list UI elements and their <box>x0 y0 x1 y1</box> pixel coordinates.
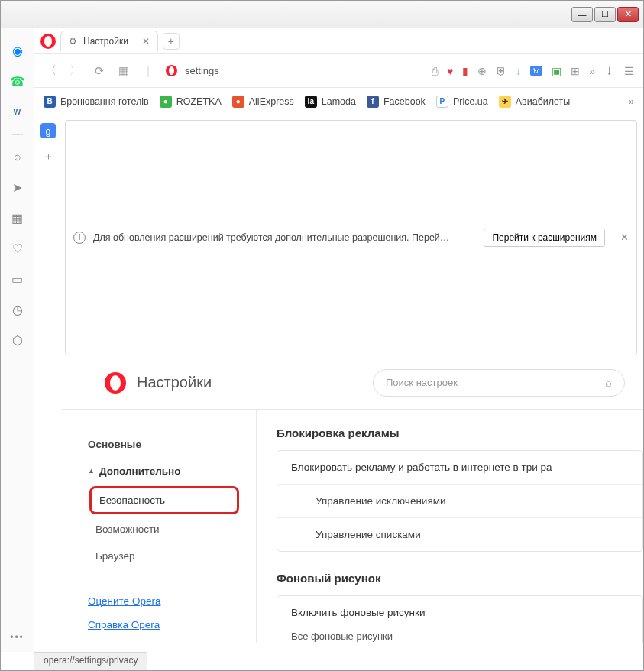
search-icon[interactable]: ⌕ <box>9 148 26 165</box>
back-button[interactable]: 〈 <box>44 63 57 78</box>
banner-text: Для обновления расширений требуются допо… <box>93 232 476 243</box>
puzzle-icon[interactable]: ⊞ <box>571 65 580 77</box>
ext-icon-1[interactable]: ▮ <box>462 65 468 77</box>
bookmarks-overflow-icon[interactable]: » <box>629 96 634 107</box>
download-arrow-icon[interactable]: ↓ <box>516 65 521 77</box>
status-bar: opera://settings/privacy <box>34 652 147 670</box>
whatsapp-icon[interactable]: ☎ <box>9 73 26 89</box>
tab-title: Настройки <box>83 36 128 47</box>
info-icon: i <box>73 232 86 244</box>
history-icon[interactable]: ◷ <box>9 301 26 318</box>
sidebar-link-rate[interactable]: Оцените Opera <box>82 589 256 613</box>
speed-dial-icon[interactable]: ▦ <box>9 209 26 226</box>
settings-search-input[interactable]: Поиск настроек ⌕ <box>373 369 625 397</box>
search-icon: ⌕ <box>605 376 612 389</box>
adblock-toggle-row[interactable]: Блокировать рекламу и работать в интерне… <box>277 451 642 485</box>
bookmark-label: Lamoda <box>322 96 356 107</box>
bookmark-item[interactable]: PPrice.ua <box>436 96 488 108</box>
wallpaper-enable-row[interactable]: Включить фоновые рисунки <box>291 607 629 618</box>
tab-settings[interactable]: ⚙ Настройки ✕ <box>60 31 158 51</box>
bookmark-favicon-icon: ● <box>160 96 172 108</box>
adblock-lists-row[interactable]: Управление списками <box>277 518 642 551</box>
bookmark-label: Facebook <box>383 96 426 107</box>
camera-icon[interactable]: ⎙ <box>432 65 438 77</box>
url-field[interactable]: settings <box>166 65 219 76</box>
bookmark-favicon-icon: ✈ <box>499 96 511 108</box>
address-bar: 〈 〉 ⟳ ▦ | settings ⎙ ♥ ▮ ⊕ ⛨ ↓ ᠠ ▣ ⊞ » ⭳… <box>34 54 643 88</box>
wallpaper-all-label: Все фоновые рисунки <box>291 630 629 642</box>
bookmark-item[interactable]: ✈Авиабилеты <box>499 96 571 108</box>
tab-close-icon[interactable]: ✕ <box>142 36 150 47</box>
settings-main: Блокировка рекламы Блокировать рекламу и… <box>257 410 643 643</box>
section-adblock-title: Блокировка рекламы <box>277 426 643 439</box>
more-icon[interactable]: ••• <box>10 632 24 643</box>
shield-icon[interactable]: ⛨ <box>496 65 506 77</box>
menu-icon[interactable]: ☰ <box>624 65 634 77</box>
bookmark-item[interactable]: ●AliExpress <box>232 96 294 108</box>
banner-close-icon[interactable]: ✕ <box>620 232 629 243</box>
bookmark-label: AliExpress <box>249 96 294 107</box>
sidebar-item-advanced[interactable]: ▲ Дополнительно <box>82 458 256 485</box>
bookmark-favicon-icon: B <box>44 96 56 108</box>
sidebar-item-security[interactable]: Безопасность <box>89 486 239 514</box>
bookmark-label: ROZETKA <box>176 96 222 107</box>
bookmark-label: Price.ua <box>453 96 488 107</box>
bookmark-favicon-icon: la <box>305 96 317 108</box>
side-add-icon[interactable]: ＋ <box>40 149 56 164</box>
translate-icon[interactable]: ᠠ <box>530 66 542 76</box>
sidebar-item-browser[interactable]: Браузер <box>82 543 256 569</box>
wallpaper-card: Включить фоновые рисунки Все фоновые рис… <box>277 595 643 643</box>
notification-banner: i Для обновления расширений требуются до… <box>65 120 637 355</box>
bookmark-label: Бронювання готелів <box>60 96 149 107</box>
side-translate-icon[interactable]: g <box>40 123 56 138</box>
window-titlebar: — ☐ ✕ <box>1 1 643 28</box>
bookmark-favicon-icon: f <box>367 96 379 108</box>
new-tab-button[interactable]: + <box>163 33 180 50</box>
adblock-card: Блокировать рекламу и работать в интерне… <box>277 450 643 552</box>
ext-icon-2[interactable]: ⊕ <box>477 65 487 77</box>
opera-o-icon <box>166 65 177 76</box>
gear-icon: ⚙ <box>69 36 77 47</box>
maximize-button[interactable]: ☐ <box>594 7 616 22</box>
send-icon[interactable]: ➤ <box>9 179 26 196</box>
bookmark-favicon-icon: ● <box>232 96 244 108</box>
bookmark-item[interactable]: fFacebook <box>367 96 426 108</box>
favorite-icon[interactable]: ♥ <box>447 65 453 77</box>
left-rail: ◉ ☎ w ⌕ ➤ ▦ ♡ ▭ ◷ ⬡ ••• <box>1 28 34 652</box>
extensions-icon[interactable]: ⬡ <box>9 332 26 348</box>
go-to-extensions-button[interactable]: Перейти к расширениям <box>484 229 605 247</box>
messenger-icon[interactable]: ◉ <box>9 42 26 59</box>
page-title: Настройки <box>137 374 212 391</box>
overflow-icon[interactable]: » <box>589 65 595 77</box>
opera-logo-large-icon <box>105 372 126 394</box>
bookmark-favicon-icon: P <box>436 96 448 108</box>
section-wallpaper-title: Фоновый рисунок <box>277 572 643 585</box>
reload-button[interactable]: ⟳ <box>92 64 106 78</box>
sidebar-item-features[interactable]: Возможности <box>82 516 256 543</box>
forward-button[interactable]: 〉 <box>68 63 82 78</box>
close-button[interactable]: ✕ <box>617 7 639 22</box>
search-placeholder: Поиск настроек <box>386 377 458 388</box>
news-icon[interactable]: ▭ <box>9 271 26 287</box>
bookmark-item[interactable]: BБронювання готелів <box>44 96 149 108</box>
ext-icon-3[interactable]: ▣ <box>552 65 561 77</box>
adblock-exceptions-row[interactable]: Управление исключениями <box>277 485 642 518</box>
bookmark-item[interactable]: ●ROZETKA <box>160 96 222 108</box>
settings-header: Настройки Поиск настроек ⌕ <box>62 360 643 409</box>
bookmarks-bar: BБронювання готелів●ROZETKA●AliExpressla… <box>34 88 643 115</box>
bookmark-label: Авиабилеты <box>516 96 571 107</box>
vk-icon[interactable]: w <box>9 103 26 120</box>
downloads-icon[interactable]: ⭳ <box>604 65 615 77</box>
apps-icon[interactable]: ▦ <box>117 64 131 78</box>
sidebar-item-basic[interactable]: Основные <box>82 431 256 458</box>
tab-strip: ⚙ Настройки ✕ + <box>34 28 643 54</box>
heart-icon[interactable]: ♡ <box>9 240 26 257</box>
settings-sidebar: Основные ▲ Дополнительно Безопасность Во… <box>62 410 257 643</box>
minimize-button[interactable]: — <box>571 7 593 22</box>
sidebar-link-help[interactable]: Справка Opera <box>82 613 256 637</box>
url-text: settings <box>185 65 219 76</box>
bookmark-item[interactable]: laLamoda <box>305 96 356 108</box>
opera-logo-icon[interactable] <box>40 34 56 49</box>
chevron-up-icon: ▲ <box>88 467 95 475</box>
